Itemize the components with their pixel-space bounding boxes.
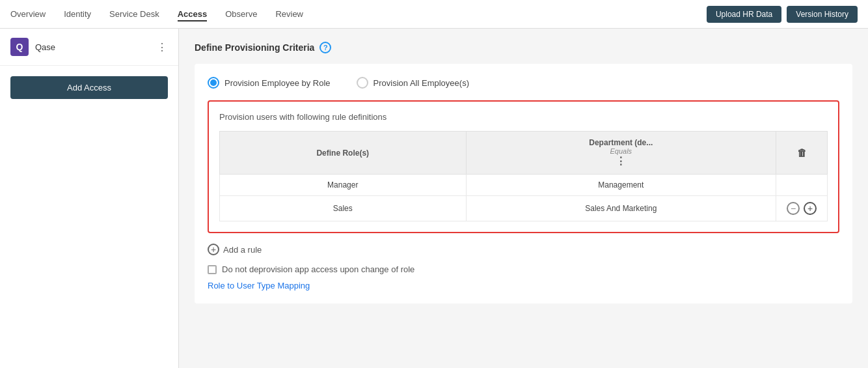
table-row: Sales Sales And Marketing − + [220, 196, 828, 221]
add-access-button[interactable]: Add Access [10, 76, 168, 99]
deprovision-label: Do not deprovision app access upon chang… [222, 264, 414, 274]
rule-box-title: Provision users with following rule defi… [219, 112, 828, 122]
deprovision-checkbox-row: Do not deprovision app access upon chang… [208, 264, 839, 274]
column-menu-icon[interactable]: ⋮ [616, 155, 627, 167]
sidebar: Q Qase ⋮ Add Access [0, 29, 179, 368]
rule-box: Provision users with following rule defi… [208, 100, 839, 233]
nav-actions: Upload HR Data Version History [707, 6, 858, 23]
nav-observe[interactable]: Observe [225, 7, 257, 21]
sidebar-header: Q Qase ⋮ [0, 29, 178, 66]
role-cell-manager: Manager [220, 175, 467, 196]
radio-circle-all [357, 77, 368, 89]
radio-label-role: Provision Employee by Role [224, 78, 331, 88]
main-content: Define Provisioning Criteria ? Provision… [179, 29, 868, 368]
col-header-department: Department (de... Equals ⋮ [466, 132, 776, 175]
role-cell-sales: Sales [220, 196, 467, 221]
app-name: Qase [35, 42, 157, 52]
actions-cell-sales: − + [776, 196, 828, 221]
radio-circle-role [208, 77, 219, 89]
help-icon[interactable]: ? [319, 42, 331, 53]
remove-row-button[interactable]: − [787, 202, 800, 215]
department-cell-management: Management [466, 175, 776, 196]
nav-service-desk[interactable]: Service Desk [109, 7, 159, 21]
add-rule-label: Add a rule [223, 245, 262, 255]
radio-provision-all[interactable]: Provision All Employee(s) [357, 77, 469, 89]
col-header-delete: 🗑 [776, 132, 828, 175]
role-mapping-link[interactable]: Role to User Type Mapping [208, 281, 310, 290]
add-row-button[interactable]: + [804, 202, 817, 215]
actions-cell-empty [776, 175, 828, 196]
col-header-role: Define Role(s) [220, 132, 467, 175]
nav-review[interactable]: Review [275, 7, 303, 21]
department-cell-sales-marketing: Sales And Marketing [466, 196, 776, 221]
sidebar-menu-icon[interactable]: ⋮ [157, 41, 168, 53]
app-logo: Q [10, 38, 29, 56]
nav-access[interactable]: Access [178, 7, 208, 21]
row-actions: − + [787, 202, 817, 215]
delete-column-icon[interactable]: 🗑 [797, 147, 807, 158]
nav-items: Overview Identity Service Desk Access Ob… [10, 7, 707, 21]
upload-hr-data-button[interactable]: Upload HR Data [707, 6, 781, 23]
section-header: Define Provisioning Criteria ? [195, 42, 852, 53]
rule-table: Define Role(s) Department (de... Equals … [219, 131, 828, 221]
radio-label-all: Provision All Employee(s) [373, 78, 469, 88]
nav-overview[interactable]: Overview [10, 7, 46, 21]
radio-provision-by-role[interactable]: Provision Employee by Role [208, 77, 331, 89]
add-rule-icon: + [208, 244, 219, 255]
section-title: Define Provisioning Criteria [195, 42, 314, 53]
app-layout: Q Qase ⋮ Add Access Define Provisioning … [0, 29, 868, 368]
provisioning-card: Provision Employee by Role Provision All… [195, 64, 852, 304]
version-history-button[interactable]: Version History [787, 6, 858, 23]
table-row: Manager Management [220, 175, 828, 196]
nav-identity[interactable]: Identity [64, 7, 91, 21]
radio-group: Provision Employee by Role Provision All… [208, 77, 839, 89]
deprovision-checkbox[interactable] [208, 265, 217, 274]
add-rule-row[interactable]: + Add a rule [208, 244, 839, 255]
top-navigation: Overview Identity Service Desk Access Ob… [0, 0, 868, 29]
